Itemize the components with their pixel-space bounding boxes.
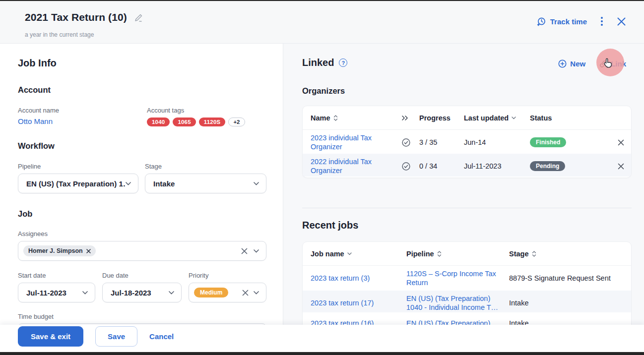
action-bar: Save & exit Save Cancel [0, 325, 644, 352]
column-header-progress[interactable]: Progress [419, 114, 464, 122]
account-tags-more-badge[interactable]: +2 [228, 118, 245, 126]
caret-down-icon [347, 252, 352, 255]
plus-circle-icon [558, 59, 567, 68]
organizers-title: Organizers [302, 86, 345, 96]
modal-header: 2021 Tax Return (10) a year in the curre… [0, 1, 644, 44]
clear-icon[interactable] [242, 290, 249, 296]
pipeline-label: Pipeline [18, 163, 41, 170]
account-name-label: Account name [18, 107, 59, 114]
priority-select[interactable]: Medium [189, 283, 266, 302]
save-button[interactable]: Save [95, 326, 137, 347]
organizer-last-updated: Jul-11-2023 [464, 162, 530, 170]
workflow-section-title: Workflow [18, 141, 55, 151]
track-time-label: Track time [550, 17, 587, 26]
account-name-link[interactable]: Otto Mann [18, 117, 53, 125]
organizer-row: 2023 individual Tax Organizer 3 / 35 Jun… [303, 130, 631, 154]
track-time-button[interactable]: Track time [537, 17, 587, 26]
column-header-fast-forward[interactable] [401, 115, 419, 121]
more-options-button[interactable] [599, 16, 605, 27]
close-icon[interactable] [617, 17, 626, 26]
bottom-border [0, 352, 644, 355]
assignee-chip-label: Homer J. Simpson [28, 247, 83, 254]
start-date-select[interactable]: Jul-11-2023 [18, 283, 95, 302]
organizer-last-updated: Jun-14 [464, 138, 530, 146]
time-budget-label: Time budget [18, 313, 54, 320]
organizer-progress: 3 / 35 [419, 138, 464, 146]
linked-panel: Linked ? New Link Organizers [283, 44, 644, 352]
job-stage: 8879-S Signature Request Sent [509, 274, 624, 283]
pipeline-link[interactable]: EN (US) (Tax Preparation) 1040 - Individ… [406, 291, 509, 315]
job-stage: Intake [509, 298, 624, 307]
column-header-job-name[interactable]: Job name [311, 250, 406, 258]
pipeline-select[interactable]: EN (US) (Tax Preparation) 1… [18, 174, 138, 193]
remove-assignee-icon[interactable] [86, 249, 91, 253]
unlink-icon[interactable] [618, 139, 624, 146]
assignee-chip[interactable]: Homer J. Simpson [23, 245, 96, 256]
stage-select[interactable]: Intake [145, 174, 266, 193]
chevron-down-icon [126, 182, 131, 185]
column-header-last-updated[interactable]: Last updated [464, 114, 530, 122]
column-header-stage[interactable]: Stage [509, 250, 624, 258]
chevron-down-icon [254, 182, 259, 185]
account-tag[interactable]: 1065 [173, 118, 195, 126]
priority-label: Priority [189, 272, 208, 279]
new-button[interactable]: New [558, 59, 585, 68]
pipeline-link[interactable]: 1120S – S-Corp Income Tax Return [406, 266, 509, 291]
start-date-label: Start date [18, 272, 46, 279]
chevron-down-icon[interactable] [254, 249, 259, 253]
column-header-status[interactable]: Status [530, 114, 614, 122]
help-icon[interactable]: ? [339, 59, 347, 67]
chain-link-icon [599, 60, 607, 68]
organizer-link[interactable]: 2022 individual Tax Organizer [311, 154, 401, 178]
check-circle-icon [401, 162, 419, 171]
clear-icon[interactable] [241, 248, 248, 254]
top-border [0, 0, 644, 1]
status-badge: Finished [530, 137, 566, 147]
stage-label: Stage [145, 163, 162, 170]
header-subtitle: a year in the current stage [25, 31, 94, 38]
pipeline-value: EN (US) (Tax Preparation) 1… [26, 179, 126, 188]
due-date-value: Jul-18-2023 [111, 289, 169, 297]
sort-icon [333, 115, 338, 121]
organizers-table: Name Progress Last updated Status 2023 i… [302, 106, 632, 178]
page-title: 2021 Tax Return (10) [25, 11, 127, 23]
recent-jobs-table-header: Job name Pipeline Stage [303, 242, 631, 266]
cancel-button[interactable]: Cancel [144, 326, 179, 347]
edit-title-icon[interactable] [134, 13, 143, 22]
job-info-title: Job Info [18, 58, 57, 69]
status-badge: Pending [530, 161, 565, 171]
unlink-icon[interactable] [618, 163, 624, 170]
chevron-down-icon [82, 291, 88, 295]
account-tag[interactable]: 1040 [147, 118, 170, 126]
due-date-select[interactable]: Jul-18-2023 [102, 283, 182, 302]
organizer-link[interactable]: 2023 individual Tax Organizer [311, 130, 401, 155]
organizer-progress: 0 / 34 [419, 162, 464, 170]
priority-badge: Medium [194, 288, 228, 297]
linked-title: Linked [302, 57, 334, 68]
save-exit-button[interactable]: Save & exit [18, 326, 83, 347]
sort-icon [437, 251, 442, 257]
caret-down-icon [512, 117, 516, 119]
recent-job-row: 2023 tax return (17) EN (US) (Tax Prepar… [303, 291, 631, 312]
job-info-panel: Job Info Account Account name Otto Mann … [0, 44, 283, 352]
job-name-link[interactable]: 2023 tax return (3) [311, 270, 406, 286]
link-button[interactable]: Link [599, 59, 626, 68]
recent-job-row: 2023 tax return (3) 1120S – S-Corp Incom… [303, 266, 631, 291]
clock-plus-icon [537, 17, 546, 26]
new-button-label: New [570, 59, 585, 68]
link-button-label: Link [611, 59, 626, 68]
job-section-title: Job [18, 209, 32, 219]
sort-icon [532, 251, 536, 257]
job-name-link[interactable]: 2023 tax return (17) [311, 295, 406, 311]
organizers-table-header: Name Progress Last updated Status [303, 106, 631, 130]
start-date-value: Jul-11-2023 [26, 289, 82, 297]
account-tag[interactable]: 1120S [199, 118, 226, 126]
assignees-select[interactable]: Homer J. Simpson [18, 241, 266, 261]
stage-value: Intake [153, 179, 254, 188]
account-tags-label: Account tags [147, 107, 184, 114]
chevron-down-icon[interactable] [254, 291, 259, 295]
assignees-label: Assignees [18, 230, 48, 237]
column-header-name[interactable]: Name [311, 114, 401, 122]
column-header-pipeline[interactable]: Pipeline [406, 250, 509, 258]
organizer-row: 2022 individual Tax Organizer 0 / 34 Jul… [303, 154, 631, 177]
